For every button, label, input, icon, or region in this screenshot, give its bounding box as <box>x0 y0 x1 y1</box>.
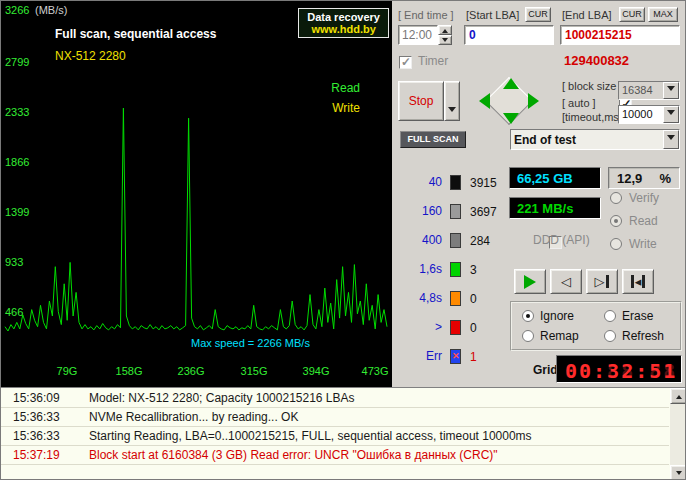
y-tick: 1399 <box>5 206 29 218</box>
stat-row: 400 284 <box>392 233 542 249</box>
log-row-empty <box>1 465 669 480</box>
block-size-label: [ block size ] <box>562 80 623 92</box>
end-of-test-combo[interactable]: End of test <box>510 129 680 150</box>
stop-dropdown-button[interactable] <box>444 81 460 121</box>
refresh-radio[interactable] <box>604 330 616 342</box>
end-lba-max-button[interactable]: MAX <box>648 7 678 22</box>
end-time-spinner[interactable] <box>438 25 452 45</box>
seek-left-icon[interactable] <box>479 93 490 109</box>
control-panel: [ End time ] [Start LBA] CUR [End LBA] C… <box>392 1 686 387</box>
read-radio[interactable] <box>610 215 622 227</box>
ignore-radio[interactable] <box>522 310 534 322</box>
timer-label: Timer <box>418 54 448 68</box>
y-tick: 466 <box>5 306 23 318</box>
erase-radio[interactable] <box>604 310 616 322</box>
spinner-down-icon <box>442 38 448 45</box>
step-back-icon: ◁ <box>561 274 571 289</box>
write-radio[interactable] <box>610 238 622 250</box>
watermark-line2: www.hdd.by <box>307 23 380 35</box>
stat-threshold-label: Err <box>396 349 442 363</box>
skip-to-end-button[interactable]: ◂ <box>622 269 654 294</box>
log-row[interactable]: 15:36:33 NVMe Recallibration... by readi… <box>1 408 669 427</box>
erase-label: Erase <box>622 309 653 323</box>
refresh-label: Refresh <box>622 329 664 343</box>
end-time-input[interactable]: 12:00 <box>398 25 438 45</box>
timeout-combo[interactable]: 10000 <box>618 105 680 124</box>
log-scrollbar[interactable] <box>670 388 686 480</box>
timeout-label: [timeout,ms ] <box>562 111 625 123</box>
start-lba-input[interactable]: 0 <box>464 25 554 45</box>
play-icon <box>524 275 536 289</box>
seek-down-icon[interactable] <box>503 113 519 124</box>
seek-nav-pad[interactable] <box>476 79 542 125</box>
stat-color-block <box>450 291 461 306</box>
end-lba-value: 1000215215 <box>561 26 679 44</box>
log-row-error[interactable]: 15:37:19 Block start at 6160384 (3 GB) R… <box>1 446 669 465</box>
seek-up-icon[interactable] <box>503 78 519 89</box>
stat-count: 0 <box>470 292 477 306</box>
log-row[interactable]: 15:36:09 Model: NX-512 2280; Capacity 10… <box>1 389 669 408</box>
skip-end-icon: ◂ <box>635 274 642 289</box>
stat-color-block <box>450 175 461 190</box>
play-button[interactable] <box>514 269 546 294</box>
max-speed-note: Max speed = 2266 MB/s <box>191 337 310 349</box>
stat-threshold-label: > <box>396 320 442 334</box>
x-tick: 315G <box>241 365 268 377</box>
full-scan-button[interactable]: FULL SCAN <box>400 131 466 148</box>
log-time: 15:36:09 <box>13 391 60 405</box>
data-done-display: 66,25 GB <box>509 167 601 189</box>
seek-right-icon[interactable] <box>528 93 539 109</box>
drive-model-label: NX-512 2280 <box>55 49 126 63</box>
skip-forward-icon: ▷ <box>595 274 605 289</box>
auto-label: [ auto ] <box>562 97 596 109</box>
current-lba-value: 129400832 <box>564 53 629 68</box>
percent-unit: % <box>659 171 671 186</box>
remap-radio[interactable] <box>522 330 534 342</box>
y-tick: 933 <box>5 256 23 268</box>
stat-color-block <box>450 204 461 219</box>
skip-forward-bar-icon <box>606 275 609 288</box>
step-back-button[interactable]: ◁ <box>550 269 582 294</box>
stat-threshold-label: 40 <box>396 175 442 189</box>
speed-display: 221 MB/s <box>509 197 601 219</box>
stat-error-block <box>450 349 461 364</box>
x-tick: 236G <box>178 365 205 377</box>
stat-threshold-label: 160 <box>396 204 442 218</box>
log-time: 15:36:33 <box>13 410 60 424</box>
grid-label: Grid <box>533 363 558 377</box>
start-lba-cur-button[interactable]: CUR <box>525 7 551 22</box>
end-lba-cur-button[interactable]: CUR <box>619 7 645 22</box>
combo-arrow-button[interactable] <box>663 106 679 123</box>
log-panel: 15:36:09 Model: NX-512 2280; Capacity 10… <box>1 387 686 480</box>
y-tick: 2799 <box>5 56 29 68</box>
y-axis-unit: (MB/s) <box>35 4 67 16</box>
stat-count: 1 <box>470 350 477 364</box>
y-axis-top-tick: 3266 <box>5 4 29 16</box>
verify-radio[interactable] <box>610 192 622 204</box>
scroll-down-button[interactable] <box>670 465 686 480</box>
end-of-test-value: End of test <box>511 130 663 149</box>
spinner-down-button[interactable] <box>438 35 452 45</box>
start-lba-label: [Start LBA] <box>466 9 519 21</box>
skip-forward-button[interactable]: ▷ <box>586 269 618 294</box>
scroll-up-button[interactable] <box>670 388 686 404</box>
clock-value: 00:32:51 <box>565 359 677 383</box>
scroll-down-icon <box>676 471 682 478</box>
stat-count: 3915 <box>470 176 497 190</box>
spinner-up-icon <box>442 26 448 33</box>
spinner-up-button[interactable] <box>438 25 452 35</box>
ignore-label: Ignore <box>540 309 574 323</box>
x-tick: 473G <box>362 365 389 377</box>
start-lba-value: 0 <box>465 26 553 44</box>
combo-arrow-button[interactable] <box>663 130 679 149</box>
x-tick: 158G <box>116 365 143 377</box>
timer-checkbox[interactable] <box>399 56 412 69</box>
log-message: Model: NX-512 2280; Capacity 1000215216 … <box>89 391 355 405</box>
combo-arrow-button[interactable] <box>663 82 679 99</box>
read-label: Read <box>629 214 658 228</box>
chevron-down-icon <box>667 110 675 119</box>
end-lba-input[interactable]: 1000215215 <box>560 25 680 45</box>
log-row[interactable]: 15:36:33 Starting Reading, LBA=0..100021… <box>1 427 669 446</box>
stop-button[interactable]: Stop <box>398 81 444 121</box>
block-size-combo[interactable]: 16384 <box>618 81 680 100</box>
